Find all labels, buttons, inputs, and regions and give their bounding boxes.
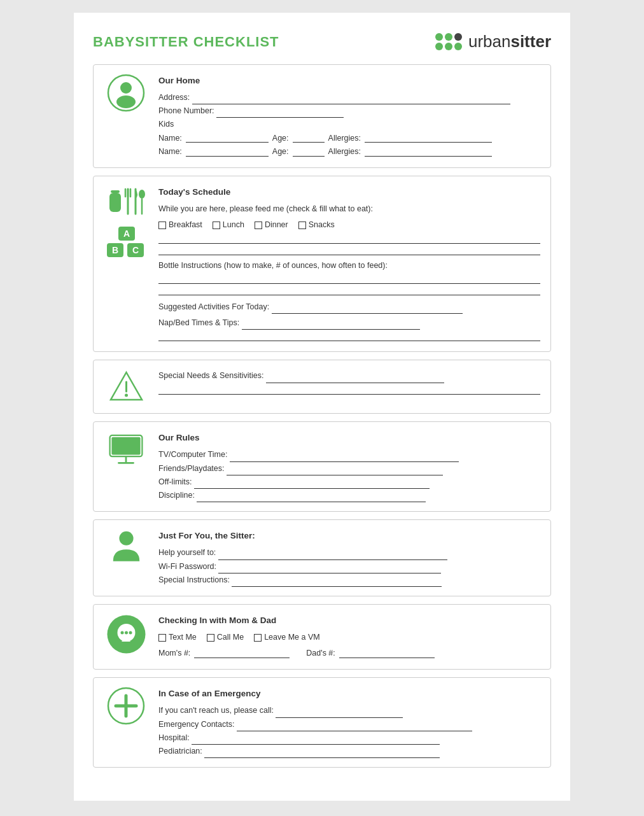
home-icon-container xyxy=(104,74,148,112)
nap-row: Nap/Bed Times & Tips: xyxy=(158,316,540,330)
moms-field[interactable] xyxy=(194,649,290,658)
vm-checkbox[interactable] xyxy=(254,634,262,642)
rules-title: Our Rules xyxy=(158,431,540,446)
lunch-item: Lunch xyxy=(213,218,244,232)
call-row: If you can't reach us, please call: xyxy=(158,704,540,717)
name-label-1: Name: xyxy=(158,132,182,145)
special-instructions-row: Special Instructions: xyxy=(158,573,540,587)
abc-icon: A B C xyxy=(106,225,147,260)
svg-point-11 xyxy=(139,190,145,199)
kids-row-2: Name: Age: Allergies: xyxy=(158,145,540,158)
dinner-label: Dinner xyxy=(265,218,288,232)
logo-dot-3 xyxy=(454,33,462,41)
svg-rect-4 xyxy=(109,193,121,212)
breakfast-checkbox[interactable] xyxy=(158,222,166,229)
plus-icon xyxy=(107,687,145,725)
home-title: Our Home xyxy=(158,74,540,88)
bottle-icon xyxy=(106,185,147,220)
section-special: Special Needs & Sensitivities: xyxy=(93,360,551,414)
textme-label: Text Me xyxy=(169,631,197,644)
name-label-2: Name: xyxy=(158,145,182,158)
contacts-row: Emergency Contacts: xyxy=(158,718,540,731)
age-field-1[interactable] xyxy=(293,134,325,143)
rules-icon-container xyxy=(104,431,148,469)
call-field[interactable] xyxy=(276,709,403,718)
section-sitter: Just For You, the Sitter: Help yourself … xyxy=(93,519,551,596)
discipline-row: Discipline: xyxy=(158,489,540,502)
special-icon-container xyxy=(104,369,148,404)
discipline-field[interactable] xyxy=(197,493,426,502)
sitter-icon xyxy=(109,529,144,567)
activities-field[interactable] xyxy=(272,305,463,314)
page: BABYSITTER CHECKLIST urbansitter xyxy=(74,13,570,801)
dinner-checkbox[interactable] xyxy=(255,222,262,229)
address-field[interactable] xyxy=(192,95,510,104)
kids-label: Kids xyxy=(158,118,540,131)
dads-field[interactable] xyxy=(339,649,435,658)
lunch-checkbox[interactable] xyxy=(213,222,220,229)
name-field-1[interactable] xyxy=(186,134,269,143)
pediatrician-field[interactable] xyxy=(204,749,440,758)
schedule-title: Today's Schedule xyxy=(158,185,540,200)
offlimits-field[interactable] xyxy=(194,480,430,489)
warning-icon xyxy=(109,369,144,404)
tv-field[interactable] xyxy=(230,453,459,462)
schedule-content: Today's Schedule While you are here, ple… xyxy=(158,185,540,342)
phone-field[interactable] xyxy=(216,109,344,118)
feed-label: While you are here, please feed me (chec… xyxy=(158,202,540,216)
home-address-row: Address: xyxy=(158,91,540,104)
emergency-icon-container xyxy=(104,687,148,725)
snacks-checkbox[interactable] xyxy=(298,222,306,229)
checking-options-row: Text Me Call Me Leave Me a VM xyxy=(158,631,540,644)
home-content: Our Home Address: Phone Number: Kids Nam… xyxy=(158,74,540,158)
pediatrician-row: Pediatrician: xyxy=(158,745,540,758)
name-field-2[interactable] xyxy=(186,148,269,157)
friends-field[interactable] xyxy=(227,467,443,475)
callme-checkbox[interactable] xyxy=(207,634,214,642)
logo-dots xyxy=(435,33,462,50)
svg-point-31 xyxy=(129,631,132,635)
callme-label: Call Me xyxy=(217,631,244,644)
special-instructions-field[interactable] xyxy=(232,578,442,587)
svg-point-20 xyxy=(125,394,128,397)
page-title: BABYSITTER CHECKLIST xyxy=(93,34,279,50)
sitter-content: Just For You, the Sitter: Help yourself … xyxy=(158,529,540,587)
special-row: Special Needs & Sensitivities: xyxy=(158,369,540,383)
nap-line xyxy=(158,332,540,341)
textme-item: Text Me xyxy=(158,631,197,644)
wifi-row: Wi-Fi Password: xyxy=(158,560,540,573)
breakfast-item: Breakfast xyxy=(158,218,202,232)
special-field[interactable] xyxy=(266,374,444,383)
age-label-2: Age: xyxy=(272,145,289,158)
logo-dot-4 xyxy=(435,43,443,50)
contacts-field[interactable] xyxy=(237,722,472,731)
vm-label: Leave Me a VM xyxy=(264,631,320,644)
svg-rect-3 xyxy=(111,190,120,193)
allergies-field-1[interactable] xyxy=(365,134,492,143)
call-label: If you can't reach us, please call: xyxy=(158,706,274,715)
pediatrician-label: Pediatrician: xyxy=(158,747,202,756)
hospital-field[interactable] xyxy=(192,736,440,745)
wifi-field[interactable] xyxy=(218,565,441,573)
bottle-line-1 xyxy=(158,275,540,284)
nap-label: Nap/Bed Times & Tips: xyxy=(158,318,239,327)
rules-content: Our Rules TV/Computer Time: Friends/Play… xyxy=(158,431,540,502)
svg-text:B: B xyxy=(111,245,118,255)
svg-point-2 xyxy=(116,95,136,108)
offlimits-row: Off-limits: xyxy=(158,475,540,489)
logo-dot-6 xyxy=(454,43,462,50)
home-phone-row: Phone Number: xyxy=(158,104,540,118)
hospital-label: Hospital: xyxy=(158,733,190,742)
textme-checkbox[interactable] xyxy=(158,634,166,642)
age-field-2[interactable] xyxy=(293,148,325,157)
help-field[interactable] xyxy=(218,551,447,560)
special-line xyxy=(158,386,540,395)
nap-field[interactable] xyxy=(242,321,420,330)
moms-label: Mom's #: xyxy=(158,647,190,660)
sitter-icon-container xyxy=(104,529,148,567)
allergies-field-2[interactable] xyxy=(365,148,492,157)
logo-bold: sitter xyxy=(510,32,551,51)
section-schedule: A B C Today's Schedule While you are her… xyxy=(93,176,551,352)
breakfast-label: Breakfast xyxy=(169,218,202,232)
logo: urbansitter xyxy=(435,32,551,52)
